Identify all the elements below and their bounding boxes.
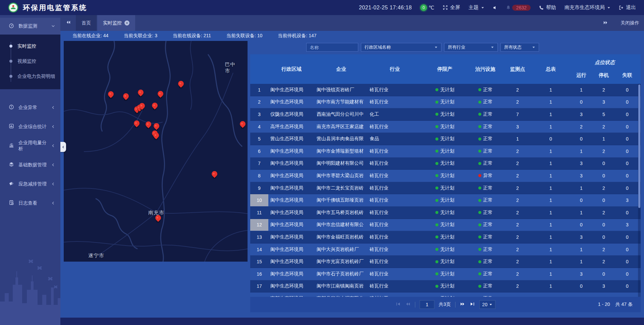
green-dot-icon [435,235,438,238]
theme-menu[interactable]: 主题 [469,4,484,11]
cell-facility-status: 正常 [468,96,503,108]
org-menu[interactable]: 南充市生态环境局 [565,4,610,11]
help-button[interactable]: 帮助 [539,4,556,11]
row-index: 1 [250,84,268,96]
cell-total-meters: 1 [532,280,570,292]
logout-label: 退出 [626,4,636,11]
sidebar-item-0[interactable]: 数据监测 [0,18,60,35]
fullscreen-button[interactable]: 全屏 [443,4,460,11]
cell-region: 阆中生态环境局 [268,268,315,280]
cell-facility-status: 正常 [468,292,503,297]
table-row[interactable]: 7 阆中生态环境局 阆中明阳建材有限公司 砖瓦行业 无计划 正常 2 1 3 0… [250,158,641,170]
table-row[interactable]: 15 阆中生态环境局 阆中市光富页岩机砖厂 砖瓦行业 无计划 正常 2 1 1 … [250,256,641,268]
cell-facility-status: 正常 [468,219,503,231]
page-number-input[interactable]: 1 [420,300,434,309]
table-row[interactable]: 18 南部生态环境局 南部县砌华水泥有限公 建材加工 无计划 正常 6 0 0 … [250,292,641,297]
sidebar-item-5[interactable]: 应急减排管理 [0,174,60,194]
cell-industry: 砖瓦行业 [368,84,422,96]
cell-company: 阆中市光富页岩机砖厂 [315,256,368,268]
sidebar-item-6[interactable]: 日志查看 [0,194,60,213]
prev-page-button[interactable] [405,302,411,308]
sidebar-item-label: 应急减排管理 [18,181,47,187]
sidebar-item-label: 数据监测 [18,23,37,29]
table-row[interactable]: 9 阆中生态环境局 阆中市二龙长宝页岩砖 砖瓦行业 无计划 正常 2 1 1 2… [250,182,641,195]
org-label: 南充市生态环境局 [565,4,605,11]
region-filter-select[interactable]: 行政区域名称 [361,43,441,52]
divider [415,302,415,308]
table-row[interactable]: 6 阆中生态环境局 阆中市金博瑞新型墙材 砖瓦行业 无计划 正常 2 1 1 2… [250,145,641,158]
row-index: 12 [250,219,268,231]
map-roads [64,41,248,262]
tab-close-icon[interactable]: ✕ [124,20,129,25]
cell-running: 2 [570,121,593,133]
table-row[interactable]: 11 阆中生态环境局 阆中市五马桥页岩机砖 砖瓦行业 无计划 正常 2 1 1 … [250,207,641,219]
tab-label: 首页 [82,20,91,26]
page-size-select[interactable]: 20 [479,300,495,309]
sidebar: 数据监测 实时监控视频监控企业电力负荷明细 企业异常 企业综合统计 企业用电量分… [0,15,60,325]
sidebar-item-label: 基础数据管理 [18,162,47,168]
cell-limit-status: 无计划 [422,207,468,219]
status-filter-select[interactable]: 所有状态 [500,43,539,52]
table-row[interactable]: 3 仪陇生态环境局 西南油气田分公司川中 化工 无计划 正常 7 1 3 5 0 [250,108,641,121]
cell-stopped: 5 [593,108,614,120]
row-index: 10 [250,194,268,206]
table-row[interactable]: 4 高坪生态环境局 南充市高坪区王家店建 砖瓦行业 无计划 正常 3 1 2 2… [250,121,641,133]
tab-scroll-left-button[interactable] [60,20,76,26]
industry-filter-select[interactable]: 所有行业 [444,43,498,52]
sidebar-subitem[interactable]: 实时监控 [0,39,60,54]
cell-monitor-points: 6 [503,292,532,297]
tab-实时监控[interactable]: 实时监控 ✕ [97,15,135,31]
table-row[interactable]: 12 阆中生态环境局 阆中市忠信建材有限公 砖瓦行业 无计划 正常 2 1 0 … [250,219,641,231]
cell-total-meters: 1 [532,207,570,219]
green-dot-icon [435,162,438,165]
map-panel[interactable]: 巴中市南充市遂宁市 [64,41,248,262]
sidebar-subitem[interactable]: 企业电力负荷明细 [0,69,60,84]
cell-company: 营山县润丰肉食品有限 [315,133,368,145]
table-row[interactable]: 1 阆中生态环境局 阆中强锐页岩砖厂 砖瓦行业 无计划 正常 2 1 1 2 0 [250,84,641,96]
logout-button[interactable]: 退出 [619,4,636,11]
notifications-button[interactable]: 2632 [506,5,531,11]
table-row[interactable]: 16 阆中生态环境局 阆中市石子页岩机砖厂 砖瓦行业 无计划 正常 2 1 3 … [250,268,641,280]
green-dot-icon [435,138,438,141]
name-filter-input[interactable] [306,43,358,52]
chevron-left-icon [51,105,55,110]
sidebar-item-4[interactable]: 基础数据管理 [0,155,60,174]
sidebar-item-2[interactable]: 企业综合统计 [0,117,60,136]
cell-region: 阆中生态环境局 [268,145,315,157]
table-row[interactable]: 5 营山生态环境局 营山县润丰肉食品有限 食品 无计划 正常 1 0 0 1 0 [250,133,641,145]
table-row[interactable]: 2 阆中生态环境局 阆中市南方节能建材有 砖瓦行业 无计划 正常 2 1 0 3… [250,96,641,109]
cell-running: 0 [570,292,593,297]
last-page-button[interactable] [470,302,475,308]
sidebar-collapse-handle[interactable] [60,142,66,152]
tab-scroll-right-button[interactable] [598,20,613,26]
green-dot-icon [478,272,481,275]
cell-lost: 0 [614,182,640,194]
cell-lost: 0 [614,292,640,297]
sidebar-item-3[interactable]: 企业用电量分析 [0,136,60,155]
cell-stopped: 6 [593,292,614,297]
pagination-bar: 1 共3页 20 1 - 20 共 47 条 [250,297,641,312]
scrollbar-thumb[interactable] [638,85,640,208]
table-row[interactable]: 14 阆中生态环境局 阆中大兴页岩机砖厂 砖瓦行业 无计划 正常 2 1 1 2… [250,243,641,256]
cell-company: 阆中千佛镇五郎垭页岩 [315,194,368,206]
table-row[interactable]: 17 阆中生态环境局 阆中市江南镇阆南页岩 砖瓦行业 无计划 正常 2 1 0 … [250,280,641,293]
next-page-button[interactable] [460,302,465,308]
sidebar-subitem[interactable]: 视频监控 [0,54,60,69]
table-scrollbar[interactable] [638,84,641,297]
mute-button[interactable] [493,5,497,10]
cell-limit-status: 无计划 [422,280,468,292]
sidebar-item-1[interactable]: 企业异常 [0,98,60,117]
cell-total-meters: 1 [532,158,570,170]
cell-monitor-points: 2 [503,219,532,231]
table-row[interactable]: 13 阆中生态环境局 阆中市金福旺页岩机砖 砖瓦行业 无计划 正常 2 1 3 … [250,231,641,243]
table-row[interactable]: 10 阆中生态环境局 阆中千佛镇五郎垭页岩 砖瓦行业 无计划 正常 2 1 0 … [250,194,641,207]
cell-running: 0 [570,219,593,231]
cell-limit-status: 无计划 [422,268,468,280]
row-index: 15 [250,256,268,268]
table-row[interactable]: 8 阆中生态环境局 阆中市枣碧大梁山页岩 砖瓦行业 无计划 异常 2 1 3 0… [250,170,641,182]
close-operations-button[interactable]: 关闭操作 [621,20,639,26]
stat-label: 当前在线设备: [173,33,204,38]
cell-lost: 0 [614,256,640,268]
tab-首页[interactable]: 首页 [76,15,97,31]
first-page-button[interactable] [395,302,401,308]
